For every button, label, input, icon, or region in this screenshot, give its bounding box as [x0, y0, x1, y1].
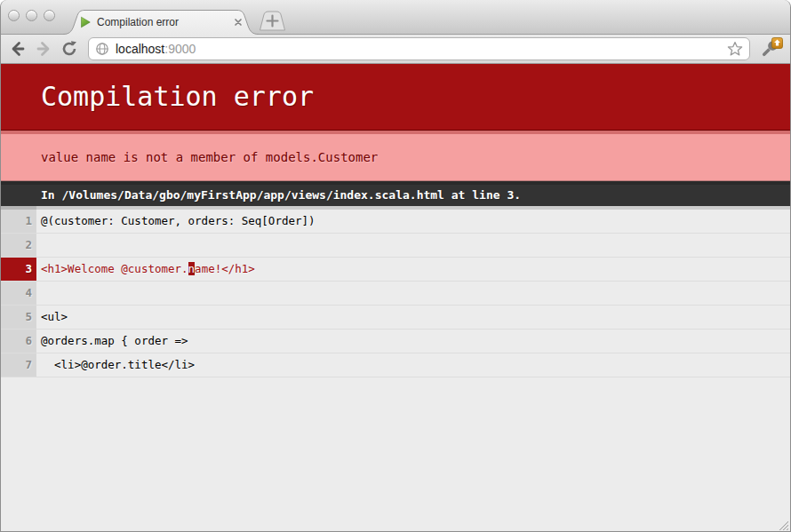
line-number: 1 [1, 206, 36, 233]
line-number: 5 [1, 306, 36, 329]
code-line: 1 @(customer: Customer, orders: Seq[Orde… [1, 206, 790, 234]
code-line: 7 <li>@order.title</li> [1, 353, 790, 377]
globe-icon [95, 42, 109, 56]
url-port: :9000 [164, 42, 196, 56]
browser-titlebar: Compilation error [1, 0, 790, 35]
error-location: In /Volumes/Data/gbo/myFirstApp/app/view… [1, 181, 790, 206]
reload-button[interactable] [59, 37, 80, 60]
url-host: localhost [116, 42, 164, 56]
new-tab-button[interactable] [258, 10, 288, 36]
line-code: @orders.map { order => [36, 330, 790, 353]
line-code [36, 282, 790, 305]
tab-close-icon[interactable] [234, 18, 243, 27]
code-before-marker: <h1>Welcome @customer. [41, 262, 188, 275]
error-page: Compilation error value name is not a me… [1, 64, 790, 532]
back-icon [9, 40, 27, 58]
browser-window: Compilation error [0, 0, 791, 532]
window-controls [8, 10, 55, 21]
play-favicon-icon [79, 16, 92, 28]
code-line: 4 [1, 282, 790, 306]
source-code-listing: 1 @(customer: Customer, orders: Seq[Orde… [1, 206, 790, 377]
line-code: <li>@order.title</li> [36, 353, 790, 377]
tab-title: Compilation error [97, 16, 179, 28]
wrench-update-icon [759, 37, 783, 60]
error-detail: value name is not a member of models.Cus… [1, 131, 790, 181]
resize-grip[interactable] [777, 519, 789, 531]
line-number: 7 [1, 353, 36, 377]
url-text: localhost:9000 [116, 42, 196, 56]
line-code [36, 234, 790, 257]
code-line: 2 [1, 234, 790, 258]
forward-icon [35, 40, 52, 58]
line-code: <ul> [36, 306, 790, 329]
code-after-marker: ame!</h1> [195, 262, 255, 275]
zoom-window-button[interactable] [44, 10, 55, 21]
browser-toolbar: localhost:9000 [1, 35, 790, 64]
bookmark-star-icon[interactable] [727, 41, 743, 57]
line-number: 3 [1, 258, 36, 281]
page-title: Compilation error [1, 64, 790, 131]
code-line-error: 3 <h1>Welcome @customer.name!</h1> [1, 258, 790, 282]
line-code: @(customer: Customer, orders: Seq[Order]… [36, 206, 790, 233]
wrench-menu-button[interactable] [757, 36, 784, 61]
new-tab-icon [258, 10, 288, 32]
line-number: 4 [1, 282, 36, 305]
code-line: 6 @orders.map { order => [1, 330, 790, 353]
line-code: <h1>Welcome @customer.name!</h1> [36, 258, 790, 281]
line-number: 6 [1, 330, 36, 353]
close-window-button[interactable] [8, 10, 20, 21]
back-button[interactable] [7, 37, 28, 60]
minimize-window-button[interactable] [26, 10, 37, 21]
tab-compilation-error[interactable]: Compilation error [79, 11, 248, 34]
line-number: 2 [1, 234, 36, 257]
reload-icon [60, 40, 78, 58]
forward-button[interactable] [33, 37, 54, 60]
address-bar[interactable]: localhost:9000 [88, 37, 750, 60]
code-line: 5 <ul> [1, 306, 790, 330]
error-marker: n [188, 262, 196, 275]
